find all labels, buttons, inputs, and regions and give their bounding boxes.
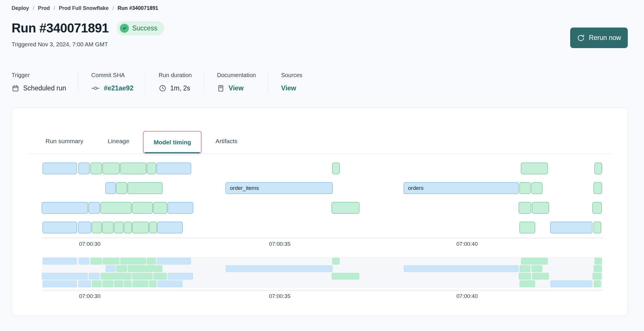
gantt-bar[interactable] xyxy=(100,202,131,214)
gantt-axis-line xyxy=(42,238,604,238)
gantt-bar[interactable] xyxy=(132,202,153,214)
tab-bar: Run summary Lineage Model timing Artifac… xyxy=(28,108,611,154)
clock-icon xyxy=(159,84,167,92)
gantt-bar[interactable] xyxy=(78,222,91,233)
gantt-bar xyxy=(531,265,542,272)
minimap-axis-line xyxy=(42,290,603,290)
gantt-bar-orders xyxy=(404,265,519,272)
gantt-bar[interactable] xyxy=(102,222,114,233)
gantt-bar xyxy=(521,258,548,265)
meta-sources-label: Sources xyxy=(281,72,302,79)
gantt-bar xyxy=(519,280,535,287)
breadcrumb-separator: / xyxy=(33,5,34,11)
time-tick-label: 07:00:35 xyxy=(269,241,290,247)
model-timing-panel: order_itemsorders 07:00:3007:00:3507:00:… xyxy=(12,154,627,302)
gantt-bar[interactable] xyxy=(114,222,123,233)
rerun-now-button[interactable]: Rerun now xyxy=(570,28,628,48)
tab-lineage[interactable]: Lineage xyxy=(108,138,129,153)
breadcrumb-deploy[interactable]: Deploy xyxy=(12,5,29,11)
gantt-bar xyxy=(128,265,162,272)
gantt-bar xyxy=(147,258,156,265)
gantt-bar xyxy=(332,273,359,280)
gantt-bar xyxy=(92,280,102,287)
gantt-bar[interactable] xyxy=(90,163,102,174)
gantt-bar xyxy=(532,273,549,280)
run-detail-card: Run summary Lineage Model timing Artifac… xyxy=(12,108,628,316)
gantt-bar xyxy=(120,258,146,265)
gantt-bar[interactable] xyxy=(89,202,100,214)
meta-sources: Sources View xyxy=(281,72,314,93)
gantt-bar xyxy=(116,265,127,272)
gantt-bar xyxy=(157,280,183,287)
gantt-bar xyxy=(90,258,102,265)
gantt-bar[interactable] xyxy=(43,222,77,233)
meta-documentation: Documentation View xyxy=(217,72,268,93)
gantt-bar xyxy=(519,265,530,272)
gantt-bar xyxy=(594,265,602,272)
breadcrumb: Deploy / Prod / Prod Full Snowflake / Ru… xyxy=(12,5,628,12)
gantt-bar xyxy=(132,280,149,287)
gantt-bar xyxy=(132,273,153,280)
meta-trigger: Trigger Scheduled run xyxy=(12,72,78,93)
gantt-bar[interactable] xyxy=(120,163,146,174)
gantt-bar[interactable] xyxy=(594,182,602,194)
documentation-view-link[interactable]: View xyxy=(228,84,244,92)
gantt-bar[interactable] xyxy=(78,163,89,174)
gantt-bar[interactable] xyxy=(149,222,157,233)
gantt-bar[interactable] xyxy=(532,202,549,214)
gantt-bar[interactable] xyxy=(128,182,162,194)
gantt-bar[interactable] xyxy=(147,163,156,174)
gantt-bar xyxy=(332,258,340,265)
gantt-bar-order_items xyxy=(226,265,333,272)
gantt-bar[interactable] xyxy=(332,163,340,174)
breadcrumb-separator: / xyxy=(112,5,114,11)
gantt-bar-order_items[interactable]: order_items xyxy=(226,182,333,194)
gantt-bar[interactable] xyxy=(103,163,120,174)
calendar-icon xyxy=(12,84,19,92)
gantt-bar[interactable] xyxy=(550,222,592,233)
gantt-bar[interactable] xyxy=(116,182,127,194)
gantt-bar[interactable] xyxy=(594,163,602,174)
gantt-bar[interactable] xyxy=(157,222,183,233)
breadcrumb-job[interactable]: Prod Full Snowflake xyxy=(59,5,109,11)
tab-artifacts[interactable]: Artifacts xyxy=(215,138,237,153)
gantt-bar xyxy=(43,280,77,287)
gantt-bar[interactable] xyxy=(153,202,167,214)
gantt-bar[interactable] xyxy=(105,182,116,194)
tab-run-summary[interactable]: Run summary xyxy=(45,138,83,153)
commit-sha-link[interactable]: #e21ae92 xyxy=(104,84,133,92)
gantt-minimap[interactable] xyxy=(42,257,603,288)
gantt-bar-orders[interactable]: orders xyxy=(404,182,519,194)
gantt-bar[interactable] xyxy=(92,222,102,233)
gantt-bar[interactable] xyxy=(124,222,132,233)
gantt-bar[interactable] xyxy=(519,222,535,233)
sources-view-link[interactable]: View xyxy=(281,84,296,92)
gantt-bar[interactable] xyxy=(592,202,602,214)
gantt-bar[interactable] xyxy=(521,163,548,174)
gantt-chart: order_itemsorders xyxy=(42,163,604,233)
time-tick-label: 07:00:30 xyxy=(79,293,100,299)
gantt-bar xyxy=(114,280,123,287)
gantt-bar[interactable] xyxy=(594,222,601,233)
gantt-bar[interactable] xyxy=(332,202,359,214)
gantt-bar[interactable] xyxy=(157,163,191,174)
gantt-bar[interactable] xyxy=(531,182,542,194)
meta-documentation-label: Documentation xyxy=(217,72,256,79)
gantt-bar[interactable] xyxy=(519,202,531,214)
status-badge: Success xyxy=(117,21,164,35)
gantt-bar[interactable] xyxy=(168,202,193,214)
gantt-bar[interactable] xyxy=(42,202,88,214)
breadcrumb-prod[interactable]: Prod xyxy=(38,5,50,11)
tab-model-timing[interactable]: Model timing xyxy=(143,131,202,154)
meta-run-duration: Run duration 1m, 2s xyxy=(159,72,204,93)
status-label: Success xyxy=(132,24,157,32)
breadcrumb-separator: / xyxy=(54,5,55,11)
gantt-bar xyxy=(42,273,88,280)
gantt-bar[interactable] xyxy=(519,182,530,194)
gantt-bar xyxy=(43,258,77,265)
gantt-bar[interactable] xyxy=(43,163,77,174)
gantt-bar[interactable] xyxy=(132,222,149,233)
gantt-bar xyxy=(594,280,601,287)
minimap-axis-ticks: 07:00:3007:00:3507:00:40 xyxy=(42,293,604,302)
breadcrumb-run: Run #340071891 xyxy=(118,5,158,11)
